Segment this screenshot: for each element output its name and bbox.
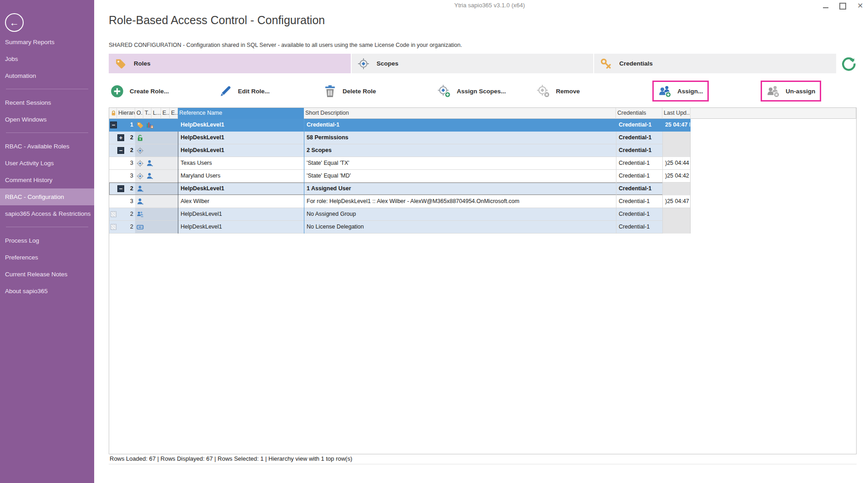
cell-reference-name[interactable]: Texas Users <box>178 157 304 170</box>
row-checkbox-disabled[interactable] <box>111 224 116 230</box>
maximize-icon[interactable] <box>839 3 846 10</box>
assign-users-icon <box>658 85 671 98</box>
column-header-label: Reference Name <box>179 110 222 116</box>
column-header-hierarc[interactable]: Hierarc... <box>117 108 135 119</box>
column-header-e[interactable]: E... <box>161 108 170 119</box>
column-header-filler[interactable] <box>691 108 856 119</box>
table-row[interactable]: 3Maryland Users'State' Equal 'MD'Credent… <box>109 170 856 183</box>
assign-button[interactable]: Assign... <box>652 81 709 102</box>
cell-credentials[interactable]: Credential-1 <box>616 119 662 132</box>
toolbar-button-label: Create Role... <box>130 88 169 95</box>
minimize-icon[interactable] <box>823 4 828 8</box>
sidebar-item-sapio365-access-restrictions[interactable]: sapio365 Access & Restrictions <box>0 205 94 222</box>
table-row[interactable]: −2HelpDeskLevel12 ScopesCredential-1 <box>109 144 856 157</box>
cell-last-updated[interactable] <box>662 208 691 221</box>
scope-mini-icon <box>136 173 144 180</box>
column-header-label: O... <box>136 110 143 116</box>
sidebar-item-current-release-notes[interactable]: Current Release Notes <box>0 266 94 283</box>
column-header-e[interactable]: E... <box>170 108 178 119</box>
back-button[interactable]: ← <box>5 13 24 32</box>
cell-credentials[interactable]: Credential-1 <box>616 208 662 221</box>
hierarchy-level: 2 <box>117 144 133 157</box>
sidebar-item-preferences[interactable]: Preferences <box>0 249 94 266</box>
cell-reference-name[interactable]: HelpDeskLevel1 <box>178 183 304 195</box>
sidebar-item-rbac-available-roles[interactable]: RBAC - Available Roles <box>0 138 94 155</box>
column-header-credentials[interactable]: Credentials <box>616 108 662 119</box>
cell-credentials[interactable]: Credential-1 <box>616 195 662 208</box>
cell-short-description[interactable]: 1 Assigned User <box>304 183 616 195</box>
sidebar-item-jobs[interactable]: Jobs <box>0 51 94 67</box>
cell-reference-name[interactable]: HelpDeskLevel1 <box>178 208 304 221</box>
cell-credentials[interactable]: Credential-1 <box>616 183 662 195</box>
cell-reference-name[interactable]: HelpDeskLevel1 <box>178 221 304 234</box>
sidebar-item-comment-history[interactable]: Comment History <box>0 172 94 188</box>
close-icon[interactable]: ✕ <box>857 3 863 9</box>
column-header-l[interactable]: L... <box>151 108 161 119</box>
un-assign-button[interactable]: Un-assign <box>761 81 821 102</box>
tab-credentials[interactable]: Credentials <box>594 54 836 73</box>
cell-credentials[interactable]: Credential-1 <box>616 170 662 183</box>
cell-short-description[interactable]: No License Delegation <box>304 221 616 234</box>
sidebar-item-open-windows[interactable]: Open Windows <box>0 111 94 128</box>
column-header-reference-name[interactable]: Reference Name <box>178 108 304 119</box>
cell-credentials[interactable]: Credential-1 <box>616 157 662 170</box>
sidebar-item-summary-reports[interactable]: Summary Reports <box>0 34 94 51</box>
column-header-short-description[interactable]: Short Description <box>304 108 616 119</box>
refresh-icon[interactable] <box>840 55 857 72</box>
table-row[interactable]: 3Texas Users'State' Equal 'TX'Credential… <box>109 157 856 170</box>
cell-reference-name[interactable]: Maryland Users <box>178 170 304 183</box>
sidebar-item-automation[interactable]: Automation <box>0 67 94 84</box>
cell-short-description[interactable]: Credential-1 <box>304 119 616 132</box>
cell-credentials[interactable]: Credential-1 <box>616 221 662 234</box>
cell-reference-name[interactable]: HelpDeskLevel1 <box>178 144 304 157</box>
delete-role-icon <box>323 85 337 98</box>
table-row[interactable]: +2HelpDeskLevel158 PermissionsCredential… <box>109 132 856 144</box>
remove-button[interactable]: Remove <box>537 81 580 101</box>
edit-role-button[interactable]: Edit Role... <box>219 81 270 101</box>
delete-role-button[interactable]: Delete Role <box>323 81 376 101</box>
table-row[interactable]: −1HelpDeskLevel1Credential-1Credential-1… <box>109 119 856 132</box>
cell-reference-name[interactable]: HelpDeskLevel1 <box>178 119 304 132</box>
cell-last-updated[interactable] <box>662 221 691 234</box>
cell-last-updated[interactable]: 25 04:47 PM <box>662 119 691 132</box>
column-header-t[interactable]: T... <box>143 108 151 119</box>
row-checkbox-disabled[interactable] <box>111 211 116 217</box>
column-header-last-upd[interactable]: Last Upd...▴ <box>662 108 691 119</box>
cell-last-updated[interactable] <box>662 183 691 195</box>
hierarchy-level: 2 <box>117 208 133 221</box>
cell-reference-name[interactable]: Alex Wilber <box>178 195 304 208</box>
cell-last-updated[interactable] <box>662 132 691 144</box>
cell-last-updated[interactable]: )25 04:42 PM <box>662 170 691 183</box>
create-role-button[interactable]: Create Role... <box>111 81 169 101</box>
table-row[interactable]: −2HelpDeskLevel11 Assigned UserCredentia… <box>109 183 856 195</box>
cell-short-description[interactable]: 'State' Equal 'TX' <box>304 157 616 170</box>
table-row[interactable]: 3Alex WilberFor role: HelpDeskLevel1 :: … <box>109 195 856 208</box>
cell-reference-name[interactable]: HelpDeskLevel1 <box>178 132 304 144</box>
cell-credentials[interactable]: Credential-1 <box>616 144 662 157</box>
sidebar-item-about-sapio365[interactable]: About sapio365 <box>0 283 94 300</box>
cell-last-updated[interactable]: )25 04:47 PM <box>662 195 691 208</box>
sidebar-item-recent-sessions[interactable]: Recent Sessions <box>0 94 94 111</box>
cell-credentials[interactable]: Credential-1 <box>616 132 662 144</box>
table-row[interactable]: 2HelpDeskLevel1No Assigned GroupCredenti… <box>109 208 856 221</box>
cell-short-description[interactable]: 2 Scopes <box>304 144 616 157</box>
cell-last-updated[interactable] <box>662 144 691 157</box>
person-icon <box>136 198 144 205</box>
cell-short-description[interactable]: For role: HelpDeskLevel1 :: Alex Wilber … <box>304 195 616 208</box>
assign-scopes-button[interactable]: Assign Scopes... <box>438 81 506 101</box>
sidebar-item-process-log[interactable]: Process Log <box>0 232 94 249</box>
cell-short-description[interactable]: No Assigned Group <box>304 208 616 221</box>
chart-icon <box>146 122 153 129</box>
sidebar-item-user-activity-logs[interactable]: User Activity Logs <box>0 155 94 172</box>
unlock-icon <box>136 134 144 142</box>
tab-scopes[interactable]: Scopes <box>352 54 594 73</box>
table-row[interactable]: 2HelpDeskLevel1No License DelegationCred… <box>109 221 856 234</box>
column-header-lock[interactable] <box>109 108 117 119</box>
cell-last-updated[interactable]: )25 04:44 PM <box>662 157 691 170</box>
tab-roles[interactable]: Roles <box>109 54 351 73</box>
cell-short-description[interactable]: 'State' Equal 'MD' <box>304 170 616 183</box>
column-header-o[interactable]: O... <box>135 108 143 119</box>
sidebar-item-rbac-configuration[interactable]: RBAC - Configuration <box>0 188 94 205</box>
collapse-icon[interactable]: − <box>110 122 117 128</box>
cell-short-description[interactable]: 58 Permissions <box>304 132 616 144</box>
